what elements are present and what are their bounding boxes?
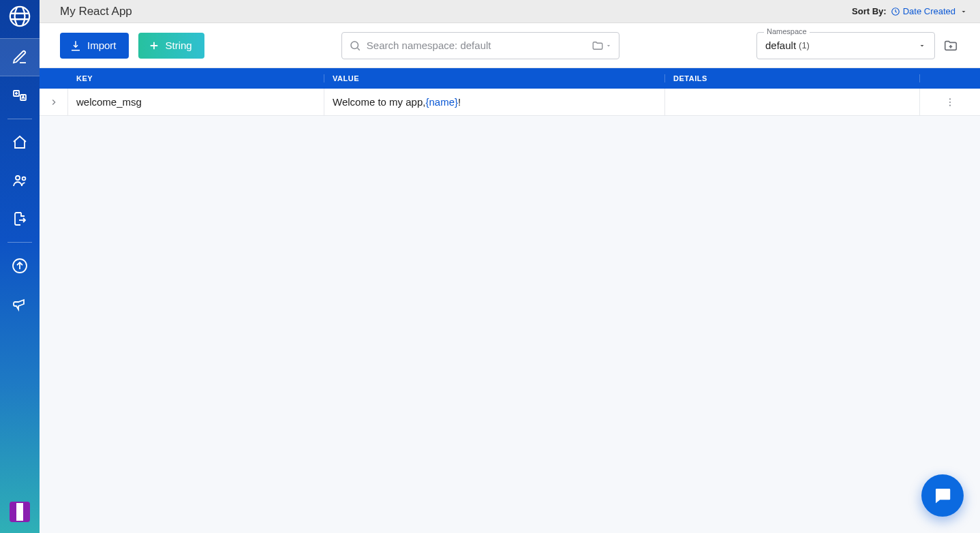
th-value: VALUE [324, 74, 665, 82]
sort-by-label: Sort By: [852, 6, 887, 16]
chat-icon [932, 485, 953, 506]
namespace-count: (1) [799, 40, 810, 50]
sidebar-item-export[interactable] [0, 200, 40, 238]
sidebar [0, 0, 40, 533]
sidebar-divider [7, 119, 32, 119]
team-icon [11, 172, 29, 189]
sidebar-item-home[interactable] [0, 123, 40, 162]
namespace-value: default [765, 40, 796, 51]
plus-icon [148, 40, 160, 52]
upload-icon [12, 258, 28, 274]
cell-value: Welcome to my app, {name}! [324, 89, 665, 115]
topbar: My React App Sort By: Date Created [40, 0, 980, 23]
edit-icon [12, 49, 28, 65]
megaphone-icon [12, 296, 28, 312]
translate-icon [12, 87, 28, 104]
clock-icon [891, 7, 900, 16]
cell-details [665, 89, 920, 115]
home-icon [12, 134, 28, 151]
table-header: KEY VALUE DETAILS [40, 68, 980, 89]
svg-point-9 [949, 101, 951, 102]
sidebar-divider [7, 242, 32, 243]
import-button[interactable]: Import [60, 33, 129, 59]
search-icon [349, 40, 361, 52]
folder-plus-icon [943, 38, 958, 53]
caret-down-icon [918, 42, 926, 50]
export-icon [12, 211, 28, 227]
sidebar-item-translate[interactable] [0, 76, 40, 115]
namespace-label: Namespace [764, 27, 810, 35]
cell-key: welcome_msg [68, 89, 324, 115]
svg-point-10 [949, 104, 951, 106]
sort-by: Sort By: Date Created [852, 6, 968, 16]
folder-icon [592, 40, 604, 52]
import-icon [70, 40, 82, 52]
caret-down-icon [605, 42, 612, 49]
user-avatar[interactable] [10, 502, 30, 522]
svg-point-8 [949, 98, 951, 100]
main: My React App Sort By: Date Created Impor… [40, 0, 980, 533]
more-vertical-icon [945, 97, 955, 108]
svg-point-7 [351, 42, 358, 49]
table-row[interactable]: welcome_msg Welcome to my app, {name}! [40, 89, 980, 116]
app-title: My React App [60, 5, 132, 18]
sort-by-value[interactable]: Date Created [891, 6, 955, 16]
sidebar-item-edit[interactable] [0, 38, 40, 76]
toolbar: Import String Namespace default (1) [40, 23, 980, 68]
chevron-right-icon [49, 97, 59, 107]
chat-fab[interactable] [921, 474, 964, 517]
svg-point-4 [22, 177, 26, 181]
brand-logo-icon [7, 4, 32, 29]
namespace-select[interactable]: Namespace default (1) [756, 32, 935, 59]
sidebar-item-team[interactable] [0, 162, 40, 200]
caret-down-icon[interactable] [960, 7, 968, 16]
search-box[interactable] [341, 32, 619, 59]
sidebar-item-upload[interactable] [0, 247, 40, 285]
svg-point-3 [16, 176, 20, 180]
row-expand-toggle[interactable] [40, 89, 68, 115]
table-body: welcome_msg Welcome to my app, {name}! [40, 89, 980, 533]
sidebar-item-announce[interactable] [0, 285, 40, 323]
add-namespace-button[interactable] [942, 37, 960, 55]
search-folder-filter[interactable] [592, 40, 612, 52]
th-details: DETAILS [665, 74, 920, 82]
search-input[interactable] [367, 40, 586, 51]
row-actions-menu[interactable] [920, 89, 980, 115]
th-key: KEY [68, 74, 324, 82]
svg-point-0 [10, 7, 29, 26]
placeholder-token: {name} [425, 96, 458, 108]
add-string-button[interactable]: String [138, 33, 204, 59]
